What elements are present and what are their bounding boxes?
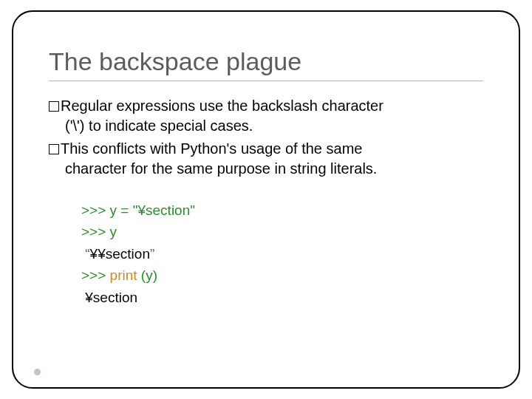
bullet-list: Regular expressions use the backslash ch… bbox=[49, 96, 483, 179]
code-line: “¥¥section” bbox=[81, 243, 483, 265]
code-block: >>> y = "¥section" >>> y “¥¥section” >>>… bbox=[81, 200, 483, 308]
code-line: >>> print (y) bbox=[81, 265, 483, 286]
prompt: >>> bbox=[81, 267, 110, 283]
bullet-text: Regular expressions use the backslash ch… bbox=[61, 98, 383, 114]
code-keyword: print bbox=[110, 267, 141, 283]
square-bullet-icon bbox=[49, 144, 59, 154]
slide-frame: The backspace plague Regular expressions… bbox=[12, 10, 520, 389]
bullet-text: This conflicts with Python's usage of th… bbox=[61, 140, 362, 157]
quote-close: ” bbox=[150, 246, 154, 262]
code-text: (y) bbox=[141, 267, 157, 283]
code-output: ¥section bbox=[81, 290, 137, 305]
prompt: >>> bbox=[81, 224, 110, 239]
code-line: ¥section bbox=[81, 287, 483, 308]
page-indicator-icon bbox=[34, 369, 41, 375]
code-output: ¥¥section bbox=[90, 246, 150, 262]
prompt: >>> bbox=[81, 202, 110, 218]
slide-title: The backspace plague bbox=[49, 47, 483, 76]
bullet-item: Regular expressions use the backslash ch… bbox=[49, 96, 483, 136]
bullet-item: This conflicts with Python's usage of th… bbox=[49, 139, 483, 179]
code-line: >>> y = "¥section" bbox=[81, 200, 483, 221]
code-line: >>> y bbox=[81, 221, 483, 242]
code-text: y bbox=[110, 224, 117, 239]
bullet-text-cont: character for the same purpose in string… bbox=[49, 159, 483, 179]
code-text: y = "¥section" bbox=[110, 202, 195, 218]
bullet-text-cont: ('\') to indicate special cases. bbox=[49, 116, 483, 136]
square-bullet-icon bbox=[49, 101, 59, 112]
quote-open: “ bbox=[81, 246, 90, 262]
title-divider bbox=[49, 81, 483, 81]
